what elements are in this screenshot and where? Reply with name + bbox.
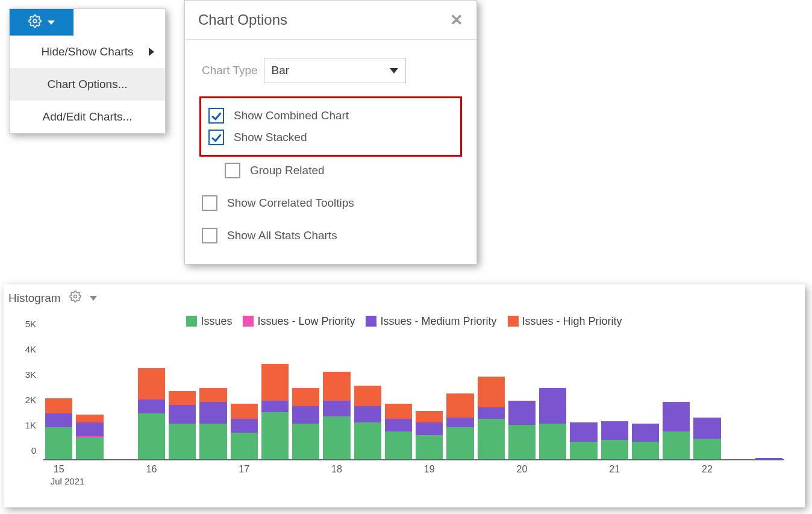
bar-segment xyxy=(76,437,103,460)
submenu-arrow-icon xyxy=(149,48,154,56)
bar-segment xyxy=(539,388,566,424)
bar-segment xyxy=(292,388,319,406)
correlated-tooltips-row[interactable]: Show Correlated Tooltips xyxy=(202,195,470,211)
checkbox-allstats[interactable] xyxy=(202,228,217,243)
bar-segment xyxy=(261,364,289,401)
all-stats-row[interactable]: Show All Stats Charts xyxy=(202,228,470,243)
bar-segment xyxy=(323,416,350,461)
bar-segment xyxy=(261,412,289,460)
chevron-down-icon[interactable] xyxy=(90,296,97,301)
checkbox-stacked[interactable] xyxy=(208,130,224,145)
legend-swatch xyxy=(508,316,519,327)
bar[interactable] xyxy=(570,422,597,460)
bar-segment xyxy=(45,413,72,427)
bar[interactable] xyxy=(231,404,258,460)
menu-item[interactable]: Chart Options... xyxy=(10,68,165,101)
bar-segment xyxy=(385,419,412,431)
y-tick-label: 3K xyxy=(25,369,36,380)
bar-segment xyxy=(354,406,381,422)
x-tick-label: 15 xyxy=(54,464,64,475)
y-tick-label: 2K xyxy=(25,395,36,405)
bar-segment xyxy=(45,427,72,460)
bar[interactable] xyxy=(539,388,566,460)
bar-segment xyxy=(632,424,659,441)
bar-segment xyxy=(231,404,258,419)
bar-segment xyxy=(199,388,226,402)
bar-segment xyxy=(416,411,443,422)
close-icon[interactable]: ✕ xyxy=(450,12,463,28)
menu-item[interactable]: Hide/Show Charts xyxy=(10,36,165,68)
group-related-row[interactable]: Group Related xyxy=(225,163,470,178)
bar[interactable] xyxy=(45,398,72,460)
legend-item[interactable]: Issues xyxy=(186,315,232,328)
bar[interactable] xyxy=(354,386,381,460)
bar[interactable] xyxy=(446,393,473,460)
bar[interactable] xyxy=(601,421,628,460)
svg-point-1 xyxy=(73,295,77,298)
bar[interactable] xyxy=(632,424,659,460)
bar[interactable] xyxy=(478,377,505,460)
bar-segment xyxy=(446,393,473,418)
gear-icon[interactable] xyxy=(69,290,81,306)
bar-segment xyxy=(508,401,536,425)
legend-swatch xyxy=(186,316,197,327)
bar-segment xyxy=(354,386,381,406)
checkbox-tooltips[interactable] xyxy=(202,195,217,211)
bar[interactable] xyxy=(663,402,690,460)
menu-item-label: Hide/Show Charts xyxy=(41,45,133,58)
bar[interactable] xyxy=(416,411,443,460)
bar-segment xyxy=(138,400,165,413)
legend-item[interactable]: Issues - High Priority xyxy=(508,315,622,328)
bar[interactable] xyxy=(385,404,412,460)
legend-label: Issues - Low Priority xyxy=(257,315,355,327)
show-combined-row[interactable]: Show Combined Chart xyxy=(208,108,458,124)
legend-item[interactable]: Issues - Medium Priority xyxy=(366,315,496,328)
bar-segment xyxy=(323,372,350,401)
bar-segment xyxy=(138,413,165,460)
menu-item[interactable]: Add/Edit Charts... xyxy=(10,101,165,133)
bar[interactable] xyxy=(261,364,289,460)
bar[interactable] xyxy=(292,388,319,460)
bar-segment xyxy=(446,427,473,460)
bar-segment xyxy=(76,422,103,436)
svg-point-0 xyxy=(33,19,37,23)
bar-segment xyxy=(231,419,258,433)
bar-segment xyxy=(416,435,443,460)
bar-segment xyxy=(231,433,258,460)
x-tick-label: 16 xyxy=(146,464,157,475)
show-combined-label: Show Combined Chart xyxy=(234,109,349,122)
checkbox-group[interactable] xyxy=(225,163,240,178)
menu-item-label: Add/Edit Charts... xyxy=(43,110,133,124)
x-tick-label: 20 xyxy=(516,464,527,475)
bar-segment xyxy=(570,422,597,442)
bar-segment xyxy=(45,398,72,413)
legend-item[interactable]: Issues - Low Priority xyxy=(243,315,355,328)
bar-segment xyxy=(385,404,412,419)
bar[interactable] xyxy=(508,401,536,460)
bar-segment xyxy=(601,421,628,440)
group-related-label: Group Related xyxy=(250,164,325,177)
show-stacked-row[interactable]: Show Stacked xyxy=(208,130,458,145)
bar[interactable] xyxy=(693,418,720,460)
y-tick-label: 1K xyxy=(25,420,36,430)
bar-segment xyxy=(169,424,196,460)
legend-label: Issues xyxy=(201,315,232,327)
chart-area: 01K2K3K4K5K 1516171819202122Jul 2021 xyxy=(16,334,787,482)
chart-type-row: Chart Type Bar xyxy=(202,58,470,83)
bar[interactable] xyxy=(323,372,350,460)
bar[interactable] xyxy=(169,391,196,460)
checkbox-combined[interactable] xyxy=(208,108,224,124)
bar-segment xyxy=(478,407,505,419)
gear-menu: Hide/Show ChartsChart Options...Add/Edit… xyxy=(9,8,166,134)
bar[interactable] xyxy=(199,388,226,460)
gear-icon xyxy=(28,14,42,30)
bar-segment xyxy=(199,424,226,460)
bar[interactable] xyxy=(138,368,165,460)
bar-segment xyxy=(693,439,720,460)
chart-type-select[interactable]: Bar xyxy=(264,58,406,83)
bar[interactable] xyxy=(76,415,103,460)
x-baseline xyxy=(43,459,784,460)
gear-button[interactable] xyxy=(10,9,73,36)
bar-segment xyxy=(292,424,319,460)
bar-segment xyxy=(632,442,659,461)
